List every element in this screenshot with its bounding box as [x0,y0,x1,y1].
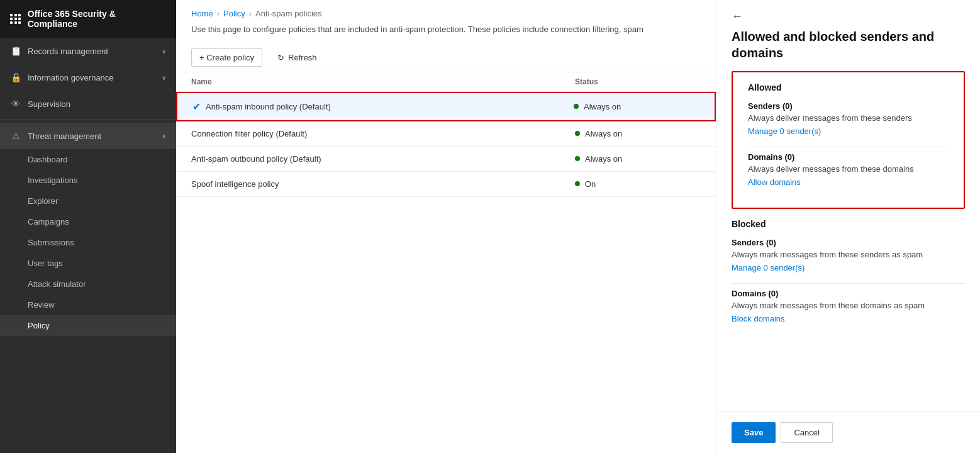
panel-allowed-section: Allowed Senders (0) Always deliver messa… [732,71,965,209]
breadcrumb-sep-2: › [249,9,252,18]
sidebar-item-threat[interactable]: ⚠ Threat management ∧ [0,123,176,149]
sidebar-item-info-gov[interactable]: 🔒 Information governance ∨ [0,64,176,91]
sidebar-sub-investigations[interactable]: Investigations [0,170,176,191]
sidebar-sub-review[interactable]: Review [0,294,176,315]
blocked-senders-link[interactable]: Manage 0 sender(s) [732,263,805,272]
allowed-divider [748,147,949,147]
chevron-icon-info-gov: ∨ [162,74,166,81]
status-dot [575,156,580,161]
col-status-header: Status [575,77,701,86]
refresh-icon: ↻ [277,53,284,62]
supervision-icon: 👁 [10,98,21,109]
table-header: Name Status [176,72,716,92]
allowed-senders-link[interactable]: Manage 0 sender(s) [748,126,821,136]
blocked-label: Blocked [732,219,965,229]
side-panel: ← Allowed and blocked senders and domain… [716,0,980,453]
chevron-icon-threat: ∧ [162,133,166,140]
check-icon: ✔ [192,101,201,113]
blocked-domains-subsection: Domains (0) Always mark messages from th… [732,289,965,324]
allowed-domains-title: Domains (0) [748,152,949,162]
sidebar-label-supervision: Supervision [28,99,70,109]
create-policy-label: + Create policy [199,53,254,62]
allowed-domains-link[interactable]: Allow domains [748,177,801,187]
status-dot [575,181,580,186]
sidebar-divider [0,120,176,120]
panel-footer: Save Cancel [716,411,980,453]
blocked-domains-link[interactable]: Block domains [732,314,785,323]
sidebar-label-threat: Threat management [28,131,101,141]
chevron-icon-records: ∨ [162,48,166,55]
sidebar-sub-explorer[interactable]: Explorer [0,191,176,211]
blocked-senders-title: Senders (0) [732,238,965,247]
row-status-spoof: On [585,179,596,189]
sidebar-sub-attack-simulator[interactable]: Attack simulator [0,274,176,294]
row-name-spoof: Spoof intelligence policy [191,179,279,189]
refresh-button[interactable]: ↻ Refresh [270,49,325,66]
col-name-header: Name [191,77,575,86]
allowed-senders-subsection: Senders (0) Always deliver messages from… [748,101,949,137]
sidebar-sub-dashboard[interactable]: Dashboard [0,149,176,170]
app-grid-icon [10,14,21,24]
row-name-antispam-inbound: Anti-spam inbound policy (Default) [206,102,331,111]
breadcrumb: Home › Policy › Anti-spam policies [176,0,716,18]
row-name-connection: Connection filter policy (Default) [191,129,307,138]
blocked-senders-subsection: Senders (0) Always mark messages from th… [732,238,965,273]
page-description: Use this page to configure policies that… [176,18,716,43]
row-status-connection: Always on [585,129,622,138]
blocked-divider [732,283,965,284]
status-dot [574,104,579,109]
back-icon: ← [732,10,743,23]
sidebar-sub-user-tags[interactable]: User tags [0,253,176,274]
blocked-domains-desc: Always mark messages from these domains … [732,301,965,310]
sidebar: Office 365 Security & Compliance 📋 Recor… [0,0,176,453]
breadcrumb-home[interactable]: Home [191,9,213,18]
row-name-outbound: Anti-spam outbound policy (Default) [191,154,321,164]
blocked-domains-title: Domains (0) [732,289,965,298]
row-status-antispam-inbound: Always on [584,102,621,111]
main-content: Home › Policy › Anti-spam policies Use t… [176,0,716,453]
sidebar-label-records: Records management [28,47,108,56]
panel-title: Allowed and blocked senders and domains [716,28,980,71]
table-row[interactable]: Connection filter policy (Default) Alway… [176,121,716,147]
allowed-senders-desc: Always deliver messages from these sende… [748,113,949,123]
table-row[interactable]: Anti-spam outbound policy (Default) Alwa… [176,147,716,172]
table-row[interactable]: Spoof intelligence policy On [176,172,716,197]
app-title: Office 365 Security & Compliance [28,9,166,29]
status-dot [575,131,580,136]
sidebar-item-records[interactable]: 📋 Records management ∨ [0,38,176,64]
sidebar-label-info-gov: Information governance [28,73,114,82]
refresh-label: Refresh [288,53,317,62]
threat-icon: ⚠ [10,130,21,142]
table-row[interactable]: ✔ Anti-spam inbound policy (Default) Alw… [176,92,716,121]
sidebar-sub-policy[interactable]: Policy [0,315,176,336]
create-policy-button[interactable]: + Create policy [191,48,262,67]
breadcrumb-policy[interactable]: Policy [223,9,245,18]
cancel-button[interactable]: Cancel [781,422,832,443]
sidebar-sub-campaigns[interactable]: Campaigns [0,211,176,232]
allowed-domains-desc: Always deliver messages from these domai… [748,164,949,174]
allowed-domains-subsection: Domains (0) Always deliver messages from… [748,152,949,187]
save-button[interactable]: Save [732,422,776,443]
records-icon: 📋 [10,45,21,57]
toolbar: + Create policy ↻ Refresh [176,43,716,72]
row-status-outbound: Always on [585,154,622,164]
breadcrumb-current: Anti-spam policies [255,9,322,18]
blocked-senders-desc: Always mark messages from these senders … [732,250,965,259]
breadcrumb-sep-1: › [217,9,220,18]
allowed-label: Allowed [748,82,949,92]
allowed-senders-title: Senders (0) [748,101,949,111]
info-gov-icon: 🔒 [10,72,21,83]
sidebar-item-supervision[interactable]: 👁 Supervision [0,91,176,117]
panel-blocked-section: Blocked Senders (0) Always mark messages… [716,219,980,344]
panel-back-button[interactable]: ← [716,0,980,28]
policy-table: Name Status ✔ Anti-spam inbound policy (… [176,72,716,454]
app-header: Office 365 Security & Compliance [0,0,176,38]
sidebar-sub-submissions[interactable]: Submissions [0,232,176,253]
